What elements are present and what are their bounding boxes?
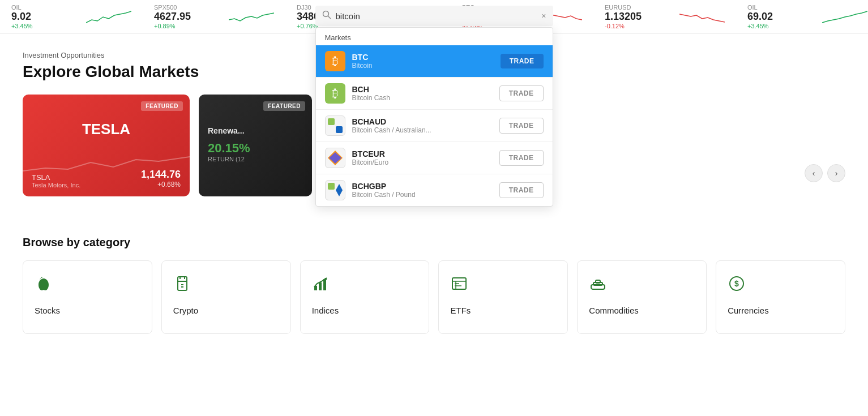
search-result-btceur[interactable]: BTCEUR Bitcoin/Euro TRADE [316,142,553,174]
category-indices[interactable]: Indices [300,260,430,334]
tesla-chart [23,151,190,174]
svg-rect-17 [319,282,322,290]
search-result-bchaud[interactable]: BCHAUD Bitcoin Cash / Australian... TRAD… [316,110,553,142]
search-result-bch[interactable]: ₿ BCH Bitcoin Cash TRADE [316,78,553,110]
bchaud-info: BCHAUD Bitcoin Cash / Australian... [352,117,493,134]
btceur-icon [325,148,345,168]
bch-info: BCH Bitcoin Cash [352,85,493,102]
currencies-label: Currencies [728,306,769,315]
browse-title: Browse by category [23,236,845,249]
btc-name: Bitcoin [352,62,494,70]
renewable-return: 20.15% [208,141,303,156]
search-bar[interactable]: × [315,6,553,26]
ticker-item-spx500[interactable]: SPX500 4627.95 +0.89% [154,4,274,29]
bch-trade-button[interactable]: TRADE [499,85,544,101]
bch-symbol: BCH [352,85,493,94]
btceur-symbol: BTCEUR [352,149,493,158]
svg-marker-5 [329,152,341,164]
search-input[interactable] [336,11,537,21]
svg-point-0 [323,11,328,17]
svg-text:$: $ [734,279,739,288]
search-dropdown-header: Markets [316,28,553,45]
ticker-price: 4627.95 [154,11,222,23]
bchgbp-trade-button[interactable]: TRADE [499,182,544,198]
ticker-price: 9.02 [11,11,79,23]
btceur-info: BTCEUR Bitcoin/Euro [352,149,493,166]
crypto-icon [173,275,191,297]
bchgbp-icon [325,180,345,200]
svg-rect-6 [328,183,335,190]
btceur-trade-button[interactable]: TRADE [499,150,544,166]
currencies-icon: $ [728,275,746,297]
renewable-return-label: RETURN (12 [208,156,303,162]
category-crypto[interactable]: Crypto [161,260,291,334]
btceur-name: Bitcoin/Euro [352,158,493,166]
ticker-change: +0.89% [154,23,222,29]
ticker-item-eurusd[interactable]: EURUSD 1.13205 -0.12% [605,4,725,29]
bchgbp-symbol: BCHGBP [352,182,493,191]
svg-rect-27 [596,280,600,283]
bchgbp-name: Bitcoin Cash / Pound [352,191,493,199]
bchaud-name: Bitcoin Cash / Australian... [352,126,493,134]
search-icon [322,10,331,22]
renewable-name: Renewa... [208,126,303,135]
prev-arrow[interactable]: ‹ [805,164,823,182]
category-currencies[interactable]: $ Currencies [716,260,845,334]
svg-rect-3 [336,126,343,133]
ticker-name: EURUSD [605,4,673,11]
commodities-label: Commodities [589,306,639,315]
btc-info: BTC Bitcoin [352,53,494,70]
bchaud-icon [325,115,345,136]
ticker-change: +3.45% [747,23,815,29]
search-result-btc[interactable]: ₿ BTC Bitcoin TRADE [316,45,553,78]
featured-badge: FEATURED [263,101,305,111]
search-result-bchgbp[interactable]: BCHGBP Bitcoin Cash / Pound TRADE [316,174,553,206]
ticker-sparkline [679,8,725,25]
bch-icon: ₿ [325,83,345,104]
search-clear-button[interactable]: × [541,11,546,20]
next-arrow[interactable]: › [827,164,845,182]
search-dropdown: Markets ₿ BTC Bitcoin TRADE ₿ BCH Bitcoi… [315,27,553,207]
bchgbp-info: BCHGBP Bitcoin Cash / Pound [352,182,493,199]
ticker-change: +3.45% [11,23,79,29]
ticker-sparkline [229,8,274,25]
indices-icon [312,275,330,297]
tesla-card[interactable]: FEATURED TESLA TSLA Tesla Motors, Inc. 1… [23,95,190,196]
stocks-icon [35,275,53,297]
category-etfs[interactable]: ETFs [438,260,568,334]
ticker-item-oil[interactable]: OIL 9.02 +3.45% [11,4,131,29]
svg-line-1 [328,16,331,19]
ticker-name: SPX500 [154,4,222,11]
svg-rect-2 [328,118,335,125]
ticker-item-oil2[interactable]: OIL 69.02 +3.45% [747,4,867,29]
tesla-change: +0.68% [141,181,181,188]
btc-symbol: BTC [352,53,494,62]
tesla-card-name: TESLA [32,121,181,138]
commodities-icon [589,275,607,297]
browse-section: Browse by category Stocks [0,236,868,334]
etfs-label: ETFs [450,306,471,315]
category-commodities[interactable]: Commodities [577,260,707,334]
ticker-sparkline [86,8,131,25]
svg-rect-18 [323,279,326,290]
featured-badge: FEATURED [141,101,183,111]
tesla-ticker: TSLA [32,173,80,182]
indices-label: Indices [312,306,339,315]
renewable-card[interactable]: FEATURED Renewa... 20.15% RETURN (12 [199,95,312,196]
btc-trade-button[interactable]: TRADE [501,54,544,68]
category-stocks[interactable]: Stocks [23,260,152,334]
btc-icon: ₿ [325,51,345,71]
stocks-label: Stocks [35,306,60,315]
search-overlay: × Markets ₿ BTC Bitcoin TRADE ₿ BCH Bitc… [315,6,553,207]
svg-rect-10 [178,277,187,290]
ticker-price: 1.13205 [605,11,673,23]
ticker-price: 69.02 [747,11,815,23]
ticker-change: -0.12% [605,23,673,29]
bch-name: Bitcoin Cash [352,94,493,102]
ticker-name: OIL [747,4,815,11]
bchaud-trade-button[interactable]: TRADE [499,118,544,134]
categories-row: Stocks Crypto [23,260,845,334]
crypto-label: Crypto [173,306,198,315]
tesla-company: Tesla Motors, Inc. [32,182,80,188]
etfs-icon [450,275,468,297]
